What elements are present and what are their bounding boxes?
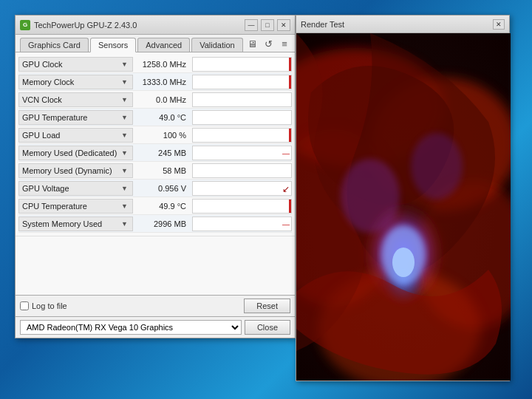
sensor-dropdown-memory-clock[interactable]: ▼ (121, 78, 129, 86)
maximize-button[interactable]: □ (261, 19, 274, 31)
sensor-bar-fill-gpu-clock (289, 58, 291, 71)
sensor-dropdown-gpu-voltage[interactable]: ▼ (121, 185, 129, 192)
sensor-dash-mem-dedicated: — (282, 149, 290, 157)
gpu-selector[interactable]: AMD Radeon(TM) RX Vega 10 Graphics (20, 320, 242, 335)
svg-point-9 (392, 248, 415, 277)
svg-point-11 (411, 133, 463, 200)
sensor-dropdown-gpu-temp[interactable]: ▼ (121, 114, 129, 121)
bottom-bar: Log to file Reset (16, 295, 295, 316)
title-bar-controls: — □ ✕ (245, 19, 290, 31)
tab-bar: Graphics Card Sensors Advanced Validatio… (16, 35, 295, 52)
sensor-name-sys-mem[interactable]: System Memory Used ▼ (18, 216, 133, 231)
sensor-dropdown-vcn-clock[interactable]: ▼ (121, 96, 129, 103)
sensor-bar-cpu-temp (192, 199, 292, 214)
sensor-bar-gpu-temp (192, 110, 292, 125)
sensor-dropdown-mem-dynamic[interactable]: ▼ (121, 167, 129, 174)
sensor-value-cpu-temp: 49.9 °C (133, 202, 192, 211)
sensor-dropdown-sys-mem[interactable]: ▼ (121, 220, 129, 228)
sensor-row-vcn-clock: VCN Clock ▼ 0.0 MHz (18, 91, 292, 109)
log-to-file-checkbox[interactable] (20, 301, 29, 310)
sensor-row-mem-dynamic: Memory Used (Dynamic) ▼ 58 MB (18, 162, 292, 180)
sensor-bar-gpu-load (192, 128, 292, 143)
sensor-bar-mem-dynamic (192, 163, 292, 178)
sensor-row-cpu-temp: CPU Temperature ▼ 49.9 °C (18, 197, 292, 215)
sensor-name-gpu-temp[interactable]: GPU Temperature ▼ (18, 110, 133, 125)
sensor-bar-memory-clock (192, 75, 292, 89)
camera-icon[interactable]: 🖥 (246, 38, 258, 50)
sensor-value-vcn-clock: 0.0 MHz (133, 95, 192, 104)
sensors-table: GPU Clock ▼ 1258.0 MHz Memory Clock ▼ 13… (16, 52, 295, 236)
sensor-dropdown-cpu-temp[interactable]: ▼ (121, 202, 129, 210)
sensor-name-vcn-clock[interactable]: VCN Clock ▼ (18, 92, 133, 107)
sensor-bar-fill-gpu-load (289, 129, 291, 142)
sensor-value-sys-mem: 2996 MB (133, 219, 192, 228)
sensor-row-gpu-load: GPU Load ▼ 100 % (18, 126, 292, 144)
sensor-dash-sys-mem: — (282, 219, 290, 228)
log-to-file-text: Log to file (32, 301, 67, 310)
sensor-bar-gpu-voltage: ↙ (192, 181, 292, 196)
sensors-empty-area (16, 236, 295, 295)
sensor-name-mem-dedicated[interactable]: Memory Used (Dedicated) ▼ (18, 146, 133, 160)
title-bar: G TechPowerUp GPU-Z 2.43.0 — □ ✕ (16, 16, 295, 35)
sensor-name-gpu-voltage[interactable]: GPU Voltage ▼ (18, 181, 133, 196)
sensor-value-gpu-clock: 1258.0 MHz (133, 60, 192, 69)
tab-validation[interactable]: Validation (191, 38, 243, 52)
sensor-value-mem-dynamic: 58 MB (133, 166, 192, 175)
gpu-select-bar: AMD Radeon(TM) RX Vega 10 Graphics Close (16, 316, 295, 338)
render-canvas (296, 33, 511, 381)
tab-graphics-card[interactable]: Graphics Card (20, 38, 89, 52)
sensor-arrow-gpu-voltage: ↙ (282, 185, 290, 194)
sensor-dropdown-gpu-clock[interactable]: ▼ (121, 61, 129, 68)
log-to-file-label[interactable]: Log to file (20, 301, 67, 310)
close-button[interactable]: ✕ (277, 19, 290, 31)
menu-icon[interactable]: ≡ (279, 38, 290, 50)
sensor-bar-fill-memory-clock (289, 75, 291, 89)
sensor-row-sys-mem: System Memory Used ▼ 2996 MB — (18, 215, 292, 233)
tab-advanced[interactable]: Advanced (137, 38, 190, 52)
sensor-row-gpu-voltage: GPU Voltage ▼ 0.956 V ↙ (18, 180, 292, 197)
sensor-row-gpu-clock: GPU Clock ▼ 1258.0 MHz (18, 55, 292, 73)
render-window-title: Render Test (301, 20, 493, 29)
refresh-icon[interactable]: ↺ (262, 38, 274, 50)
sensor-value-gpu-load: 100 % (133, 131, 192, 140)
app-icon: G (20, 20, 30, 30)
render-svg (296, 33, 511, 381)
render-close-button[interactable]: ✕ (493, 19, 505, 30)
close-main-button[interactable]: Close (245, 320, 290, 335)
window-title: TechPowerUp GPU-Z 2.43.0 (34, 21, 245, 30)
sensor-row-memory-clock: Memory Clock ▼ 1333.0 MHz (18, 73, 292, 91)
sensor-value-gpu-voltage: 0.956 V (133, 184, 192, 193)
tab-sensors[interactable]: Sensors (90, 38, 136, 52)
sensor-bar-mem-dedicated: — (192, 146, 292, 160)
sensor-dropdown-mem-dedicated[interactable]: ▼ (121, 149, 129, 157)
sensor-name-cpu-temp[interactable]: CPU Temperature ▼ (18, 199, 133, 214)
sensor-value-memory-clock: 1333.0 MHz (133, 78, 192, 86)
sensor-row-gpu-temp: GPU Temperature ▼ 49.0 °C (18, 109, 292, 126)
sensor-bar-sys-mem: — (192, 216, 292, 231)
sensor-bar-fill-cpu-temp (289, 200, 291, 213)
sensor-dropdown-gpu-load[interactable]: ▼ (121, 132, 129, 139)
svg-point-10 (341, 159, 400, 233)
sensor-value-gpu-temp: 49.0 °C (133, 113, 192, 122)
tab-toolbar: 🖥 ↺ ≡ (246, 38, 290, 52)
render-title-bar: Render Test ✕ (296, 16, 509, 33)
sensor-row-mem-dedicated: Memory Used (Dedicated) ▼ 245 MB — (18, 144, 292, 162)
sensor-name-memory-clock[interactable]: Memory Clock ▼ (18, 75, 133, 89)
sensor-bar-gpu-clock (192, 57, 292, 72)
sensor-bar-vcn-clock (192, 92, 292, 107)
sensor-name-gpu-load[interactable]: GPU Load ▼ (18, 128, 133, 143)
reset-button[interactable]: Reset (244, 299, 290, 313)
render-window: Render Test ✕ (296, 15, 510, 381)
sensor-name-gpu-clock[interactable]: GPU Clock ▼ (18, 57, 133, 72)
sensor-name-mem-dynamic[interactable]: Memory Used (Dynamic) ▼ (18, 163, 133, 178)
gpuz-window: G TechPowerUp GPU-Z 2.43.0 — □ ✕ Graphic… (15, 15, 296, 338)
sensor-value-mem-dedicated: 245 MB (133, 149, 192, 157)
minimize-button[interactable]: — (245, 19, 258, 31)
